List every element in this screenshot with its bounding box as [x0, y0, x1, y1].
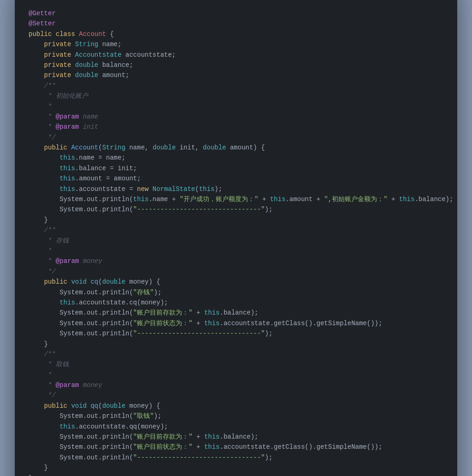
code-line: } [29, 339, 443, 349]
code-editor[interactable]: @Getter @Setter public class Account { p… [15, 0, 457, 476]
code-line: System.out.println("--------------------… [29, 328, 443, 339]
code-line: * [29, 370, 443, 380]
code-line: System.out.println("--------------------… [29, 452, 443, 463]
code-line: private String name; [29, 39, 443, 49]
code-line: this.accountstate.qq(money); [29, 422, 443, 432]
code-line: * [29, 246, 443, 256]
code-line: public Account(String name, double init,… [29, 143, 443, 153]
code-line: * @param money [29, 380, 443, 390]
code-line: } [29, 463, 443, 473]
code-line: this.balance = init; [29, 163, 443, 173]
code-line: } [29, 215, 443, 225]
code-line: */ [29, 267, 443, 277]
code-line: this.accountstate = new NormalState(this… [29, 184, 443, 194]
code-line: System.out.println("账户目前存款为：" + this.bal… [29, 308, 443, 318]
code-line: * @param name [29, 112, 443, 122]
code-line: * [29, 101, 443, 112]
code-line: @Setter [29, 18, 443, 29]
code-line: * 初始化账户 [29, 91, 443, 101]
code-line: public void qq(double money) { [29, 401, 443, 411]
code-line: public void cq(double money) { [29, 277, 443, 287]
code-line: private double balance; [29, 60, 443, 70]
code-line: /** [29, 225, 443, 235]
code-line: System.out.println("取钱"); [29, 411, 443, 421]
code-line: System.out.println("账户目前状态为：" + this.acc… [29, 442, 443, 452]
code-window: @Getter @Setter public class Account { p… [15, 0, 457, 476]
code-line: private double amount; [29, 70, 443, 80]
code-line: /** [29, 81, 443, 91]
code-line: } [29, 473, 443, 476]
code-line: this.name = name; [29, 153, 443, 163]
code-line: * 存钱 [29, 236, 443, 246]
code-line: public class Account { [29, 29, 443, 39]
code-line: */ [29, 390, 443, 400]
code-line: * @param money [29, 256, 443, 266]
code-line: this.accountstate.cq(money); [29, 298, 443, 308]
code-line: System.out.println("--------------------… [29, 204, 443, 214]
code-line: @Getter [29, 8, 443, 18]
code-line: /** [29, 349, 443, 359]
code-line: */ [29, 132, 443, 143]
code-line: * 取钱 [29, 359, 443, 369]
code-line: System.out.println("存钱"); [29, 287, 443, 298]
code-line: System.out.println("账户目前状态为：" + this.acc… [29, 318, 443, 328]
code-line: private Accountstate accountstate; [29, 50, 443, 60]
code-line: System.out.println("账户目前存款为：" + this.bal… [29, 432, 443, 442]
code-line: System.out.println(this.name + "开户成功，账户额… [29, 194, 443, 204]
code-line: * @param init [29, 122, 443, 132]
code-line: this.amount = amount; [29, 173, 443, 184]
